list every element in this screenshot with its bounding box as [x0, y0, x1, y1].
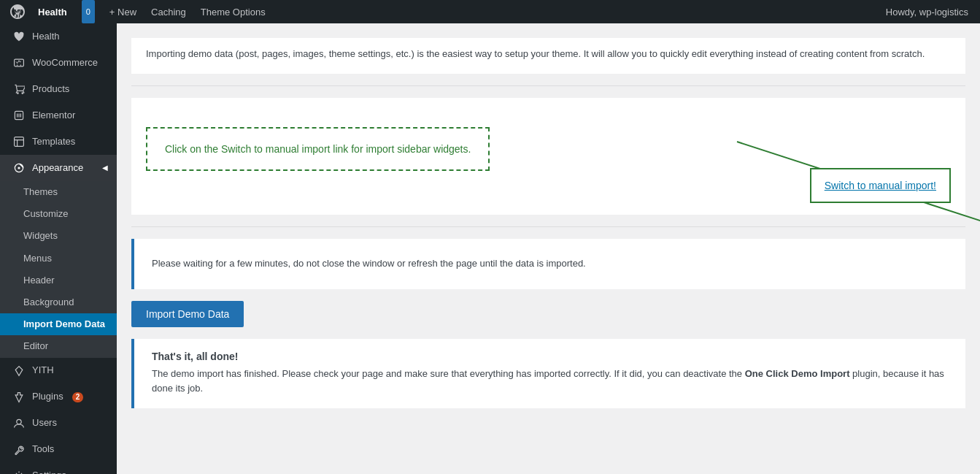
svg-rect-4	[15, 137, 24, 147]
users-icon	[12, 416, 26, 431]
sidebar-label-tools: Tools	[32, 443, 54, 456]
import-demo-data-label: Import Demo Data	[23, 318, 105, 331]
sidebar: Health WooCommerce Products Elementor Te…	[0, 23, 117, 474]
svg-point-6	[18, 167, 20, 169]
tools-icon	[12, 443, 26, 457]
sidebar-item-settings[interactable]: Settings	[0, 463, 117, 475]
plugins-badge: 2	[72, 392, 84, 402]
editor-label: Editor	[23, 340, 48, 353]
sidebar-item-woocommerce[interactable]: WooCommerce	[0, 50, 117, 76]
sidebar-label-templates: Templates	[32, 135, 75, 148]
sidebar-item-health[interactable]: Health	[0, 23, 117, 50]
customize-label: Customize	[23, 207, 68, 221]
sidebar-label-products: Products	[32, 83, 69, 96]
theme-options-link[interactable]: Theme Options	[195, 0, 271, 23]
svg-point-7	[17, 419, 21, 424]
header-label: Header	[23, 274, 55, 287]
sidebar-item-templates[interactable]: Templates	[0, 129, 117, 155]
sidebar-item-tools[interactable]: Tools	[0, 437, 117, 463]
sidebar-item-plugins[interactable]: Plugins 2	[0, 384, 117, 410]
comments-link[interactable]: 0	[76, 0, 101, 23]
success-text-before: The demo import has finished. Please che…	[152, 368, 742, 379]
sidebar-item-editor[interactable]: Editor	[0, 335, 117, 357]
howdy-text: Howdy, wp-logistics	[880, 0, 974, 23]
svg-point-1	[17, 64, 18, 66]
plugins-icon	[12, 390, 26, 405]
sidebar-item-menus[interactable]: Menus	[0, 248, 117, 270]
sidebar-item-themes[interactable]: Themes	[0, 181, 117, 203]
svg-point-2	[20, 64, 22, 66]
sidebar-item-users[interactable]: Users	[0, 410, 117, 437]
sidebar-item-customize[interactable]: Customize	[0, 203, 117, 225]
sidebar-item-widgets[interactable]: Widgets	[0, 225, 117, 247]
sidebar-item-products[interactable]: Products	[0, 76, 117, 102]
new-content-link[interactable]: + New	[104, 0, 142, 23]
caching-link[interactable]: Caching	[145, 0, 192, 23]
yith-icon	[12, 364, 26, 378]
intro-text: Importing demo data (post, pages, images…	[146, 47, 951, 62]
sidebar-item-import-demo-data[interactable]: Import Demo Data	[0, 313, 117, 335]
success-title: That's it, all done!	[152, 351, 948, 362]
wp-logo	[6, 0, 29, 23]
sidebar-item-header[interactable]: Header	[0, 270, 117, 291]
products-icon	[12, 82, 26, 96]
sidebar-label-users: Users	[32, 416, 57, 429]
comment-count: 0	[82, 0, 95, 23]
sidebar-label-yith: YITH	[32, 364, 54, 377]
divider-2	[131, 226, 965, 227]
sidebar-label-plugins: Plugins	[32, 390, 63, 403]
elementor-icon	[12, 108, 26, 123]
appearance-icon	[12, 161, 26, 175]
background-label: Background	[23, 296, 74, 309]
menus-label: Menus	[23, 252, 52, 265]
site-name[interactable]: Health	[32, 0, 73, 23]
sidebar-label-elementor: Elementor	[32, 109, 75, 122]
sidebar-label-health: Health	[32, 30, 60, 43]
themes-label: Themes	[23, 186, 58, 199]
switch-to-manual-import-link[interactable]: Switch to manual import!	[825, 180, 936, 191]
sidebar-item-yith[interactable]: YITH	[0, 358, 117, 384]
admin-bar: Health 0 + New Caching Theme Options How…	[0, 0, 980, 23]
sidebar-label-appearance: Appearance	[32, 161, 83, 175]
sidebar-label-woocommerce: WooCommerce	[32, 56, 98, 69]
woocommerce-icon	[12, 56, 26, 70]
waiting-text: Please waiting for a few minutes, do not…	[152, 256, 948, 272]
appearance-submenu: Themes Customize Widgets Menus Header Ba…	[0, 181, 117, 358]
success-message: The demo import has finished. Please che…	[152, 367, 948, 397]
widgets-label: Widgets	[23, 229, 58, 242]
sidebar-item-elementor[interactable]: Elementor	[0, 102, 117, 129]
plugin-name: One Click Demo Import	[745, 368, 850, 379]
sidebar-item-appearance[interactable]: Appearance ◀	[0, 155, 117, 181]
sidebar-item-background[interactable]: Background	[0, 291, 117, 313]
divider-1	[131, 85, 965, 86]
callout-text: Click on the Switch to manual import lin…	[165, 143, 471, 155]
main-content: Importing demo data (post, pages, images…	[117, 23, 980, 474]
settings-icon	[12, 469, 26, 475]
import-demo-data-button[interactable]: Import Demo Data	[131, 301, 244, 327]
health-icon	[12, 29, 26, 44]
templates-icon	[12, 134, 26, 149]
sidebar-label-settings: Settings	[32, 469, 66, 474]
